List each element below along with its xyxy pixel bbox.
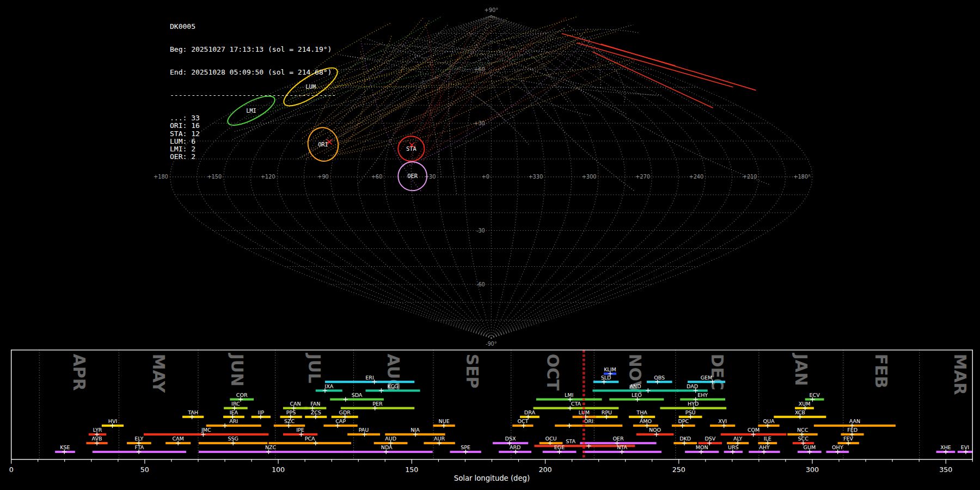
shower-label-ALY: ALY: [733, 436, 743, 442]
shower-label-TAH: TAH: [187, 409, 198, 415]
shower-label-ZCS: ZCS: [311, 409, 321, 415]
shower-bar-JMC: [144, 433, 268, 436]
shower-bar-EHY: [680, 398, 725, 400]
shower-label-OBS: OBS: [654, 375, 665, 381]
shower-label-JMC: JMC: [201, 427, 211, 433]
shower-label-CAN: CAN: [290, 401, 301, 407]
shower-label-NIA: NIA: [411, 427, 420, 433]
month-label: MAR: [951, 354, 970, 395]
meteor-trail: [520, 48, 769, 185]
shower-label-DRA: DRA: [524, 409, 536, 415]
shower-peak-marker: [379, 388, 383, 393]
shower-label-SCC: SCC: [798, 436, 809, 442]
meteor-trail: [474, 52, 511, 64]
shower-label-AUD: AUD: [385, 436, 396, 442]
meteor-trail: [364, 44, 520, 54]
shower-label-DSX: DSX: [505, 436, 516, 442]
shower-label-NDA: NDA: [381, 444, 393, 450]
shower-label-FAN: FAN: [310, 401, 320, 407]
shower-bar-ARI: [206, 425, 261, 427]
meteor-trail: [455, 36, 591, 148]
meteor-trail: [328, 57, 403, 144]
lon-label: +270: [635, 174, 650, 180]
activity-chart: APRMAYJUNJULAUGSEPOCTNOVDECJANFEBMARERIS…: [9, 350, 973, 482]
x-axis: 050100150200250300350Solar longitude (de…: [9, 460, 973, 482]
meteor-trail: [444, 60, 540, 73]
shower-label-PPS: PPS: [286, 409, 296, 415]
separator-line: ---------------------------------------: [170, 91, 336, 99]
month-label: SEP: [463, 354, 482, 389]
axis-tick-label: 250: [672, 465, 685, 474]
shower-label-AUR: AUR: [434, 436, 445, 442]
shower-label-DPC: DPC: [678, 418, 689, 424]
meteor-trail: [408, 38, 626, 114]
shower-label-SSG: SSG: [228, 436, 238, 442]
shower-label-AHY: AHY: [759, 444, 770, 450]
shower-count: LUM: 6: [170, 138, 336, 145]
shower-count-list: ...: 33ORI: 16STA: 12LUM: 6LMI: 2OER: 2: [170, 114, 336, 160]
shower-label-XUM: XUM: [799, 401, 811, 407]
shower-bar-DAD: [677, 389, 707, 391]
shower-label-DKD: DKD: [679, 436, 691, 442]
shower-label-HYD: HYD: [688, 401, 699, 407]
lon-label: +300: [582, 174, 597, 180]
shower-label-AND: AND: [630, 383, 641, 389]
month-label: JUN: [228, 353, 247, 387]
shower-label-FED: FED: [847, 427, 857, 433]
session-begin: Beg: 20251027 17:13:13 (sol = 214.19°): [170, 46, 336, 53]
shower-bar-CAP: [323, 425, 357, 427]
shower-label-CTA: CTA: [571, 401, 581, 407]
axis-tick-label: 150: [405, 465, 418, 474]
meteor-trail: [408, 60, 440, 136]
axis-tick-label: 50: [140, 465, 149, 474]
shower-label-CAP: CAP: [335, 418, 346, 424]
shower-label-XVI: XVI: [718, 418, 727, 424]
meteor-trail: [424, 17, 566, 160]
month-label: FEB: [872, 354, 891, 389]
month-label: MAY: [149, 354, 168, 393]
shower-label-DAD: DAD: [687, 383, 698, 389]
radiant-label-STA: STA: [406, 145, 416, 152]
shower-count: ...: 33: [170, 114, 336, 122]
pole-label-south: -90°: [486, 341, 497, 347]
shower-label-ORI: ORI: [584, 418, 593, 424]
shower-label-IEA: IEA: [230, 409, 238, 415]
meteor-trail: [562, 33, 676, 65]
shower-label-GEM: GEM: [701, 375, 713, 381]
shower-label-NUE: NUE: [439, 418, 450, 424]
session-info: DK0005 Beg: 20251027 17:13:13 (sol = 214…: [170, 8, 336, 176]
shower-peak-marker: [567, 424, 572, 428]
shower-label-SLD: SLD: [601, 375, 611, 381]
shower-label-IXA: IXA: [324, 383, 333, 389]
shower-label-KLIM: KLIM: [604, 366, 616, 372]
shower-label-FEV: FEV: [843, 436, 853, 442]
lon-label: +60: [371, 174, 383, 180]
session-end: End: 20251028 05:09:50 (sol = 214.68°): [170, 69, 336, 76]
shower-label-IPE: IPE: [296, 427, 304, 433]
shower-label-PER: PER: [372, 401, 383, 407]
meteor-trail: [352, 29, 556, 108]
shower-label-ARI: ARI: [229, 418, 238, 424]
shower-label-SDA: SDA: [352, 392, 363, 398]
shower-label-MON: MON: [696, 444, 708, 450]
shower-label-EHY: EHY: [697, 392, 708, 398]
shower-label-EGE: EGE: [554, 444, 565, 450]
x-axis-title: Solar longitude (deg): [454, 474, 530, 482]
month-label: JUL: [305, 353, 324, 383]
shower-peak-marker: [646, 388, 650, 393]
shower-label-DSV: DSV: [705, 436, 715, 442]
shower-label-ELY: ELY: [134, 436, 143, 442]
shower-label-NOO: NOO: [649, 427, 661, 433]
shower-label-NTA: NTA: [617, 444, 627, 450]
meteor-trail: [406, 61, 603, 163]
axis-tick-label: 300: [806, 465, 819, 474]
shower-peak-marker: [223, 424, 227, 428]
meteor-trail: [407, 41, 585, 166]
shower-label-XCB: XCB: [795, 409, 805, 415]
lon-label: +180°: [793, 174, 811, 180]
meteor-trail: [488, 45, 512, 118]
meteor-trail: [388, 24, 449, 82]
lat-label: -30: [476, 228, 485, 234]
meteor-trail: [432, 28, 566, 119]
meteor-trail: [358, 48, 437, 184]
